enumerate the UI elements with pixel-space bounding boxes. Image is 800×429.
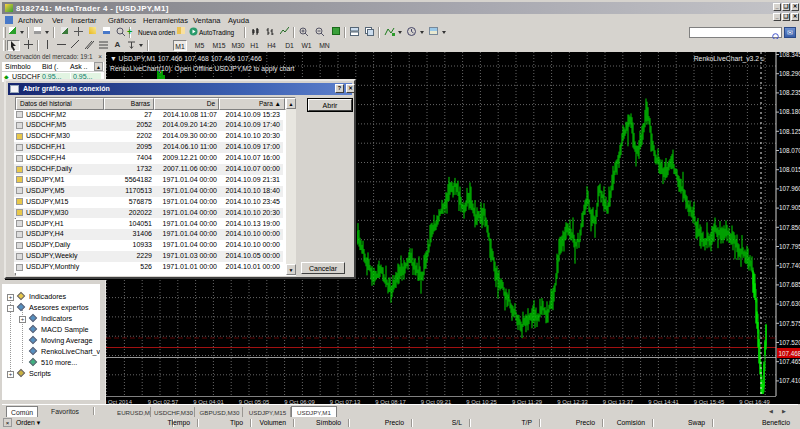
svg-text:107.795: 107.795 bbox=[779, 243, 800, 250]
svg-text:107.575: 107.575 bbox=[779, 320, 800, 327]
svg-text:107.520: 107.520 bbox=[779, 339, 800, 346]
svg-text:107.685: 107.685 bbox=[779, 281, 800, 288]
svg-text:108.015: 108.015 bbox=[779, 166, 800, 173]
svg-text:107.410: 107.410 bbox=[779, 377, 800, 384]
svg-text:108.345: 108.345 bbox=[779, 52, 800, 58]
svg-text:107.905: 107.905 bbox=[779, 204, 800, 211]
svg-text:108.290: 108.290 bbox=[779, 70, 800, 77]
svg-text:108.125: 108.125 bbox=[779, 128, 800, 135]
svg-text:108.235: 108.235 bbox=[779, 89, 800, 96]
svg-text:108.070: 108.070 bbox=[779, 147, 800, 154]
svg-text:107.960: 107.960 bbox=[779, 185, 800, 192]
svg-text:107.850: 107.850 bbox=[779, 224, 800, 231]
svg-text:RenkoLiveChart(10): Open Offli: RenkoLiveChart(10): Open Offline USDJPY,… bbox=[110, 65, 295, 73]
svg-text:107.468: 107.468 bbox=[779, 350, 800, 357]
svg-text:107.630: 107.630 bbox=[779, 300, 800, 307]
svg-text:108.180: 108.180 bbox=[779, 108, 800, 115]
svg-text:▼ USDJPY,M1 107.466 107.468 1: ▼ USDJPY,M1 107.466 107.468 107.466 107.… bbox=[110, 55, 262, 62]
svg-text:107.465: 107.465 bbox=[779, 358, 800, 365]
svg-text:RenkoLiveChart_v3.2☺: RenkoLiveChart_v3.2☺ bbox=[694, 55, 766, 63]
svg-text:107.740: 107.740 bbox=[779, 262, 800, 269]
